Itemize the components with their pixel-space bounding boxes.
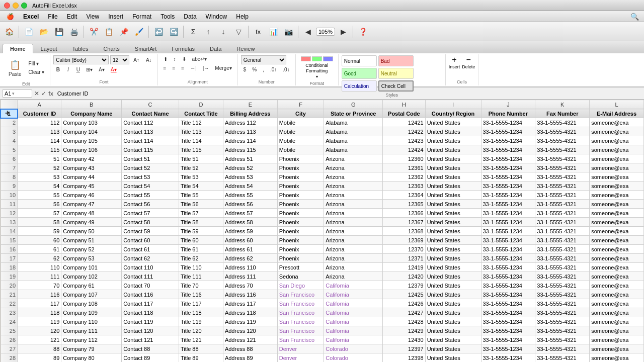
cell-r2-c4[interactable]: Address 112 [223, 118, 277, 127]
indent-increase-btn[interactable]: |→ [200, 64, 212, 72]
cell-r17-c8[interactable]: United States [425, 254, 481, 263]
row-num-17[interactable]: 17 [1, 254, 18, 263]
cell-reference[interactable]: A1 ▾ [2, 89, 32, 98]
row-num-3[interactable]: 3 [1, 127, 18, 136]
cell-r7-c2[interactable]: Contact 52 [122, 163, 179, 172]
cell-r13-c11[interactable]: someone@exa [590, 218, 644, 227]
wrap-text-btn[interactable]: abc↵▾ [190, 55, 209, 63]
cell-r13-c3[interactable]: Title 58 [179, 218, 223, 227]
fill-color-btn[interactable]: A▾ [96, 66, 107, 73]
cell-r14-c10[interactable]: 33-1-5555-4321 [535, 227, 590, 236]
zoom-value[interactable]: 105% [316, 28, 335, 36]
cell-r9-c0[interactable]: 54 [18, 182, 61, 191]
cell-r24-c6[interactable]: California [324, 317, 383, 326]
cell-r7-c7[interactable]: 12361 [383, 163, 426, 172]
cell-r23-c11[interactable]: someone@exa [590, 308, 644, 317]
cell-r5-c0[interactable]: 115 [18, 145, 61, 154]
menu-insert[interactable]: Insert [104, 12, 127, 21]
row-num-1[interactable]: 1 [1, 109, 18, 118]
row-num-14[interactable]: 14 [1, 227, 18, 236]
close-button[interactable] [4, 3, 10, 9]
open-btn[interactable]: 📂 [37, 25, 51, 39]
cell-r28-c8[interactable]: United States [425, 353, 481, 363]
cell-r16-c10[interactable]: 33-1-5555-4321 [535, 245, 590, 254]
zoom-control[interactable]: ◀ 105% ▶ [301, 25, 350, 39]
cell-r11-c10[interactable]: 33-1-5555-4321 [535, 200, 590, 209]
cell-r14-c0[interactable]: 59 [18, 227, 61, 236]
paste-ribbon-btn[interactable]: 📋 Paste [5, 55, 25, 80]
cell-r5-c1[interactable]: Company 106 [61, 145, 122, 154]
style-neutral[interactable]: Neutral [378, 68, 414, 79]
cell-r21-c1[interactable]: Company 107 [61, 290, 122, 299]
col-header-h[interactable]: H [383, 100, 426, 109]
cell-r28-c2[interactable]: Contact 89 [122, 353, 179, 363]
cell-r25-c4[interactable]: Address 120 [223, 326, 277, 335]
cell-r17-c7[interactable]: 12371 [383, 254, 426, 263]
cell-r12-c1[interactable]: Company 48 [61, 209, 122, 218]
cell-r6-c0[interactable]: 51 [18, 154, 61, 163]
cell-r22-c3[interactable]: Title 117 [179, 299, 223, 308]
cell-r23-c9[interactable]: 33-1-5555-1234 [481, 308, 535, 317]
cell-r26-c6[interactable]: California [324, 335, 383, 344]
cell-r13-c0[interactable]: 58 [18, 218, 61, 227]
cell-r5-c8[interactable]: United States [425, 145, 481, 154]
cell-r6-c8[interactable]: United States [425, 154, 481, 163]
header-cell-0[interactable]: Customer ID [18, 109, 61, 118]
cell-r15-c8[interactable]: United States [425, 236, 481, 245]
font-size-down-btn[interactable]: A↓ [143, 56, 154, 64]
cell-r27-c9[interactable]: 33-1-5555-1234 [481, 344, 535, 353]
function-btn[interactable]: fx [251, 25, 265, 39]
cell-r25-c11[interactable]: someone@exa [590, 326, 644, 335]
cell-r17-c4[interactable]: Address 62 [223, 254, 277, 263]
cell-r24-c4[interactable]: Address 119 [223, 317, 277, 326]
menu-file[interactable]: File [44, 12, 61, 21]
cell-r10-c6[interactable]: Arizona [324, 191, 383, 200]
cell-r26-c4[interactable]: Address 121 [223, 335, 277, 344]
row-num-11[interactable]: 11 [1, 200, 18, 209]
row-num-27[interactable]: 27 [1, 344, 18, 353]
cell-r11-c1[interactable]: Company 47 [61, 200, 122, 209]
cell-r23-c2[interactable]: Contact 118 [122, 308, 179, 317]
cell-r24-c10[interactable]: 33-1-5555-4321 [535, 317, 590, 326]
cell-r26-c10[interactable]: 33-1-5555-4321 [535, 335, 590, 344]
number-format-select[interactable]: General [241, 55, 286, 64]
tab-formulas[interactable]: Formulas [164, 44, 202, 53]
cell-r13-c7[interactable]: 12367 [383, 218, 426, 227]
cell-r19-c11[interactable]: someone@exa [590, 272, 644, 281]
row-num-10[interactable]: 10 [1, 191, 18, 200]
clear-btn[interactable]: Clear ▾ [26, 68, 47, 76]
cell-r15-c5[interactable]: Phoenix [277, 236, 324, 245]
cell-r12-c11[interactable]: someone@exa [590, 209, 644, 218]
comma-btn[interactable]: , [260, 66, 267, 73]
cell-r22-c7[interactable]: 12426 [383, 299, 426, 308]
cell-r13-c10[interactable]: 33-1-5555-4321 [535, 218, 590, 227]
cell-r2-c9[interactable]: 33-1-5555-1234 [481, 118, 535, 127]
cell-r24-c0[interactable]: 119 [18, 317, 61, 326]
cell-r28-c3[interactable]: Title 89 [179, 353, 223, 363]
cell-r3-c2[interactable]: Contact 113 [122, 127, 179, 136]
cell-r27-c7[interactable]: 12397 [383, 344, 426, 353]
row-num-18[interactable]: 18 [1, 263, 18, 272]
cell-r26-c8[interactable]: United States [425, 335, 481, 344]
cell-r8-c1[interactable]: Company 44 [61, 172, 122, 182]
col-header-b[interactable]: B [61, 100, 122, 109]
tab-charts[interactable]: Charts [96, 44, 127, 53]
cell-r23-c5[interactable]: San Francisco [277, 308, 324, 317]
cell-r16-c6[interactable]: Arizona [324, 245, 383, 254]
cell-r9-c1[interactable]: Company 45 [61, 182, 122, 191]
cell-r10-c11[interactable]: someone@exa [590, 191, 644, 200]
paste-btn[interactable]: 📌 [117, 25, 131, 39]
cell-r18-c1[interactable]: Company 101 [61, 263, 122, 272]
cell-r6-c3[interactable]: Title 51 [179, 154, 223, 163]
cell-r4-c7[interactable]: 12423 [383, 136, 426, 145]
cell-r17-c5[interactable]: Phoenix [277, 254, 324, 263]
cell-r22-c2[interactable]: Contact 117 [122, 299, 179, 308]
cell-r20-c4[interactable]: Address 70 [223, 281, 277, 290]
cell-r23-c1[interactable]: Company 109 [61, 308, 122, 317]
header-cell-6[interactable]: State or Province [324, 109, 383, 118]
header-cell-9[interactable]: Phone Number [481, 109, 535, 118]
cell-r21-c11[interactable]: someone@exa [590, 290, 644, 299]
cell-r12-c8[interactable]: United States [425, 209, 481, 218]
sort-asc-btn[interactable]: ↑ [201, 25, 215, 39]
cell-r26-c2[interactable]: Contact 121 [122, 335, 179, 344]
